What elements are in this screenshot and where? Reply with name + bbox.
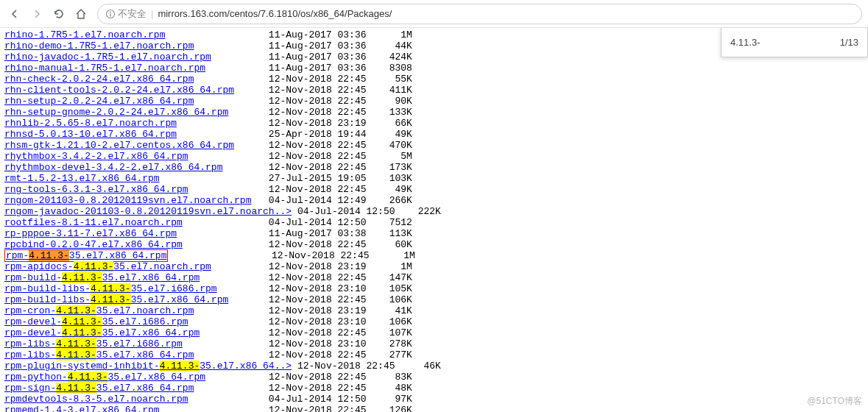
listing-row: rhnsd-5.0.13-10.el7.x86_64.rpm 25-Apr-20… [0,129,868,140]
file-link[interactable]: rootfiles-8.1-11.el7.noarch.rpm [4,217,183,228]
listing-row: rhn-check-2.0.2-24.el7.x86_64.rpm 12-Nov… [0,74,868,85]
file-link[interactable]: rpm-sign-4.11.3-35.el7.x86_64.rpm [4,383,194,394]
security-indicator[interactable]: 不安全 [105,7,147,21]
listing-row: rpm-libs-4.11.3-35.el7.i686.rpm 12-Nov-2… [0,338,868,349]
watermark: @51CTO博客 [807,395,862,408]
listing-row: rpm-sign-4.11.3-35.el7.x86_64.rpm 12-Nov… [0,383,868,394]
file-link[interactable]: rmt-1.5.2-13.el7.x86_64.rpm [4,173,160,184]
listing-row: rngom-javadoc-201103-0.8.20120119svn.el7… [0,206,868,217]
listing-row: rhythmbox-3.4.2-2.el7.x86_64.rpm 12-Nov-… [0,151,868,162]
listing-row: rhythmbox-devel-3.4.2-2.el7.x86_64.rpm 1… [0,162,868,173]
file-link[interactable]: rpm-cron-4.11.3-35.el7.noarch.rpm [4,305,194,316]
insecure-label: 不安全 [118,7,147,21]
file-link[interactable]: rpm-devel-4.11.3-35.el7.i686.rpm [4,316,188,327]
listing-row: rmt-1.5.2-13.el7.x86_64.rpm 27-Jul-2015 … [0,173,868,184]
file-link[interactable]: rpmdevtools-8.3-5.el7.noarch.rpm [4,394,188,405]
listing-row: rhn-setup-2.0.2-24.el7.x86_64.rpm 12-Nov… [0,96,868,107]
svg-point-1 [110,11,111,13]
listing-row: rpm-libs-4.11.3-35.el7.x86_64.rpm 12-Nov… [0,349,868,360]
listing-row: rootfiles-8.1-11.el7.noarch.rpm 04-Jul-2… [0,217,868,228]
listing-row: rpm-python-4.11.3-35.el7.x86_64.rpm 12-N… [0,372,868,383]
listing-row: rpm-plugin-systemd-inhibit-4.11.3-35.el7… [0,360,868,372]
file-link[interactable]: rhn-setup-2.0.2-24.el7.x86_64.rpm [4,96,194,107]
file-link[interactable]: rpm-4.11.3-35.el7.x86_64.rpm [6,250,166,261]
listing-row: rp-pppoe-3.11-7.el7.x86_64.rpm 11-Aug-20… [0,228,868,239]
directory-listing: rhino-1.7R5-1.el7.noarch.rpm 11-Aug-2017… [0,28,868,412]
file-link[interactable]: rpm-libs-4.11.3-35.el7.x86_64.rpm [4,349,194,360]
info-icon [105,9,116,19]
listing-row: rpm-build-libs-4.11.3-35.el7.i686.rpm 12… [0,283,868,294]
find-in-page-bar[interactable]: 4.11.3- 1/13 [721,28,868,57]
url-text: mirrors.163.com/centos/7.6.1810/os/x86_6… [158,8,392,19]
listing-row: rpm-build-4.11.3-35.el7.x86_64.rpm 12-No… [0,272,868,283]
listing-row: rng-tools-6.3.1-3.el7.x86_64.rpm 12-Nov-… [0,184,868,195]
file-link[interactable]: rpm-devel-4.11.3-35.el7.x86_64.rpm [4,327,200,338]
listing-row: rhnlib-2.5.65-8.el7.noarch.rpm 12-Nov-20… [0,118,868,129]
address-separator: | [151,8,153,19]
listing-row: rpmdevtools-8.3-5.el7.noarch.rpm 04-Jul-… [0,394,868,405]
file-link[interactable]: rpmemd-1.4-3.el7.x86_64.rpm [4,405,160,412]
listing-row: rngom-201103-0.8.20120119svn.el7.noarch.… [0,195,868,206]
file-link[interactable]: rhn-check-2.0.2-24.el7.x86_64.rpm [4,74,194,85]
forward-button[interactable] [28,5,46,23]
file-link[interactable]: rhn-client-tools-2.0.2-24.el7.x86_64.rpm [4,85,234,96]
listing-row: rpm-build-libs-4.11.3-35.el7.x86_64.rpm … [0,294,868,305]
find-term: 4.11.3- [730,37,760,48]
file-link[interactable]: rhsm-gtk-1.21.10-2.el7.centos.x86_64.rpm [4,140,234,151]
listing-row: rpm-cron-4.11.3-35.el7.noarch.rpm 12-Nov… [0,305,868,316]
file-link[interactable]: rpm-python-4.11.3-35.el7.x86_64.rpm [4,372,205,383]
listing-row: rpm-devel-4.11.3-35.el7.x86_64.rpm 12-No… [0,327,868,338]
file-link[interactable]: rhino-javadoc-1.7R5-1.el7.noarch.rpm [4,52,211,63]
file-link[interactable]: rpm-build-4.11.3-35.el7.x86_64.rpm [4,272,200,283]
file-link[interactable]: rhn-setup-gnome-2.0.2-24.el7.x86_64.rpm [4,107,228,118]
file-link[interactable]: rngom-javadoc-201103-0.8.20120119svn.el7… [4,206,292,217]
browser-toolbar: 不安全 | mirrors.163.com/centos/7.6.1810/os… [0,0,868,28]
file-link[interactable]: rhnsd-5.0.13-10.el7.x86_64.rpm [4,129,177,140]
file-link[interactable]: rpcbind-0.2.0-47.el7.x86_64.rpm [4,239,183,250]
file-link[interactable]: rpm-libs-4.11.3-35.el7.i686.rpm [4,338,183,349]
listing-row: rpcbind-0.2.0-47.el7.x86_64.rpm 12-Nov-2… [0,239,868,250]
find-count: 1/13 [840,37,858,48]
reload-button[interactable] [50,5,68,23]
file-link[interactable]: rngom-201103-0.8.20120119svn.el7.noarch.… [4,195,251,206]
home-button[interactable] [72,5,90,23]
listing-row: rpmemd-1.4-3.el7.x86_64.rpm 12-Nov-2018 … [0,405,868,412]
file-link[interactable]: rhnlib-2.5.65-8.el7.noarch.rpm [4,118,177,129]
file-link[interactable]: rp-pppoe-3.11-7.el7.x86_64.rpm [4,228,177,239]
file-link[interactable]: rhino-manual-1.7R5-1.el7.noarch.rpm [4,63,205,74]
file-link[interactable]: rpm-build-libs-4.11.3-35.el7.i686.rpm [4,283,217,294]
file-link[interactable]: rhythmbox-3.4.2-2.el7.x86_64.rpm [4,151,188,162]
file-link[interactable]: rpm-apidocs-4.11.3-35.el7.noarch.rpm [4,261,211,272]
listing-row: rhino-manual-1.7R5-1.el7.noarch.rpm 11-A… [0,63,868,74]
file-link[interactable]: rhino-demo-1.7R5-1.el7.noarch.rpm [4,40,194,52]
file-link[interactable]: rpm-build-libs-4.11.3-35.el7.x86_64.rpm [4,294,228,305]
address-bar[interactable]: 不安全 | mirrors.163.com/centos/7.6.1810/os… [97,4,862,24]
svg-rect-2 [110,13,110,16]
listing-row: rpm-apidocs-4.11.3-35.el7.noarch.rpm 12-… [0,261,868,272]
file-link[interactable]: rng-tools-6.3.1-3.el7.x86_64.rpm [4,184,188,195]
listing-row: rhn-client-tools-2.0.2-24.el7.x86_64.rpm… [0,85,868,96]
listing-row: rhsm-gtk-1.21.10-2.el7.centos.x86_64.rpm… [0,140,868,151]
listing-row: rpm-4.11.3-35.el7.x86_64.rpm 12-Nov-2018… [0,250,868,261]
listing-row: rpm-devel-4.11.3-35.el7.i686.rpm 12-Nov-… [0,316,868,327]
file-link[interactable]: rhino-1.7R5-1.el7.noarch.rpm [4,29,165,40]
back-button[interactable] [6,5,24,23]
listing-row: rhn-setup-gnome-2.0.2-24.el7.x86_64.rpm … [0,107,868,118]
file-link[interactable]: rpm-plugin-systemd-inhibit-4.11.3-35.el7… [4,360,292,372]
file-link[interactable]: rhythmbox-devel-3.4.2-2.el7.x86_64.rpm [4,162,222,173]
